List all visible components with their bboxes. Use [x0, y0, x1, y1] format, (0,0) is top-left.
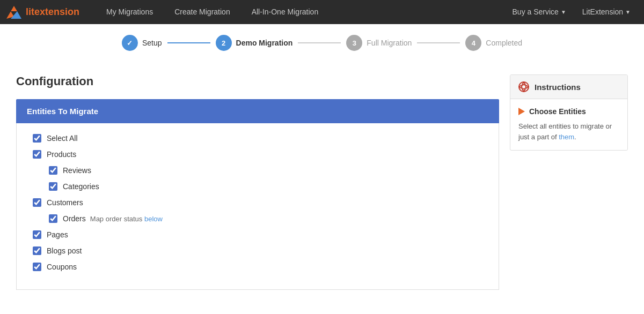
- label-reviews[interactable]: Reviews: [63, 166, 91, 175]
- label-orders[interactable]: Orders: [63, 214, 86, 223]
- checkbox-pages[interactable]: [33, 230, 41, 239]
- instructions-header: Instructions: [510, 75, 627, 99]
- checkbox-row-customers: Customers: [33, 198, 488, 207]
- svg-point-2: [519, 82, 529, 92]
- nav-item-my-migrations[interactable]: My Migrations: [96, 0, 164, 24]
- nav-links: My Migrations Create Migration All-In-On…: [96, 0, 504, 24]
- step-2-circle: 2: [216, 35, 232, 51]
- step-2-label: Demo Migration: [236, 39, 293, 47]
- label-customers[interactable]: Customers: [47, 198, 83, 207]
- step-4-label: Completed: [486, 39, 522, 47]
- label-products[interactable]: Products: [47, 150, 76, 159]
- instructions-body: Choose Entities Select all entities to m…: [510, 99, 627, 150]
- nav-item-create-migration[interactable]: Create Migration: [164, 0, 241, 24]
- choose-entities-text: Select all entities to migrate or just a…: [518, 121, 619, 142]
- step-line-3-4: [417, 42, 460, 43]
- navbar: litextension My Migrations Create Migrat…: [0, 0, 644, 24]
- step-1-circle: ✓: [122, 35, 138, 51]
- right-panel: Instructions Choose Entities Select all …: [510, 74, 628, 290]
- step-1: ✓ Setup: [122, 35, 162, 51]
- order-note: Map order status below: [90, 215, 163, 223]
- checkbox-categories[interactable]: [49, 182, 57, 191]
- step-3-label: Full Migration: [367, 39, 412, 47]
- checkbox-row-products: Products: [33, 150, 488, 159]
- logo-icon: [5, 4, 23, 21]
- choose-entities-link[interactable]: them: [559, 133, 574, 141]
- nav-link-create-migration[interactable]: Create Migration: [164, 0, 241, 24]
- litextension-link[interactable]: LitExtension ▼: [574, 0, 639, 24]
- left-panel: Configuration Entities To Migrate Select…: [16, 74, 499, 290]
- label-pages[interactable]: Pages: [47, 230, 68, 239]
- instructions-title: Instructions: [535, 83, 581, 92]
- checkbox-reviews[interactable]: [49, 166, 57, 175]
- page-title: Configuration: [16, 74, 499, 88]
- buy-service-dropdown-arrow: ▼: [561, 0, 566, 24]
- label-select-all[interactable]: Select All: [47, 134, 78, 143]
- choose-entities-title: Choose Entities: [518, 107, 619, 116]
- instructions-icon: [518, 81, 529, 92]
- label-blogs-post[interactable]: Blogs post: [47, 246, 82, 255]
- litextension-dropdown-arrow: ▼: [625, 0, 631, 24]
- checkbox-row-select-all: Select All: [33, 134, 488, 143]
- checkbox-row-categories: Categories: [49, 182, 488, 191]
- nav-item-all-in-one[interactable]: All-In-One Migration: [241, 0, 330, 24]
- checkbox-row-blogs-post: Blogs post: [33, 246, 488, 255]
- instructions-box: Instructions Choose Entities Select all …: [510, 74, 628, 151]
- nav-link-all-in-one[interactable]: All-In-One Migration: [241, 0, 330, 24]
- label-coupons[interactable]: Coupons: [47, 263, 77, 271]
- nav-link-my-migrations[interactable]: My Migrations: [96, 0, 164, 24]
- buy-service-link[interactable]: Buy a Service ▼: [504, 0, 574, 24]
- step-4-circle: 4: [465, 35, 481, 51]
- entities-body: Select All Products Reviews Categories: [16, 123, 499, 290]
- step-2: 2 Demo Migration: [216, 35, 293, 51]
- step-line-1-2: [167, 42, 210, 43]
- checkbox-row-coupons: Coupons: [33, 263, 488, 271]
- step-3-circle: 3: [346, 35, 362, 51]
- checkbox-select-all[interactable]: [33, 134, 41, 143]
- checkbox-orders[interactable]: [49, 214, 57, 223]
- main-content: Configuration Entities To Migrate Select…: [0, 64, 644, 301]
- checkbox-row-orders: Orders Map order status below: [49, 214, 488, 223]
- nav-right: Buy a Service ▼ LitExtension ▼: [504, 0, 639, 24]
- checkbox-row-pages: Pages: [33, 230, 488, 239]
- order-note-link[interactable]: below: [144, 215, 163, 223]
- entities-header: Entities To Migrate: [16, 99, 499, 123]
- checkbox-blogs-post[interactable]: [33, 246, 41, 255]
- step-3: 3 Full Migration: [346, 35, 412, 51]
- stepper: ✓ Setup 2 Demo Migration 3 Full Migratio…: [0, 24, 644, 64]
- label-categories[interactable]: Categories: [63, 182, 99, 191]
- logo-link[interactable]: litextension: [5, 4, 79, 21]
- logo-text: litextension: [26, 6, 79, 18]
- checkbox-row-reviews: Reviews: [49, 166, 488, 175]
- step-4: 4 Completed: [465, 35, 522, 51]
- svg-point-3: [522, 85, 526, 89]
- entities-section: Entities To Migrate Select All Products …: [16, 99, 499, 290]
- orange-arrow-icon: [518, 108, 525, 115]
- checkbox-products[interactable]: [33, 150, 41, 159]
- step-line-2-3: [298, 42, 341, 43]
- checkbox-customers[interactable]: [33, 198, 41, 207]
- step-1-label: Setup: [142, 39, 162, 47]
- checkbox-coupons[interactable]: [33, 263, 41, 271]
